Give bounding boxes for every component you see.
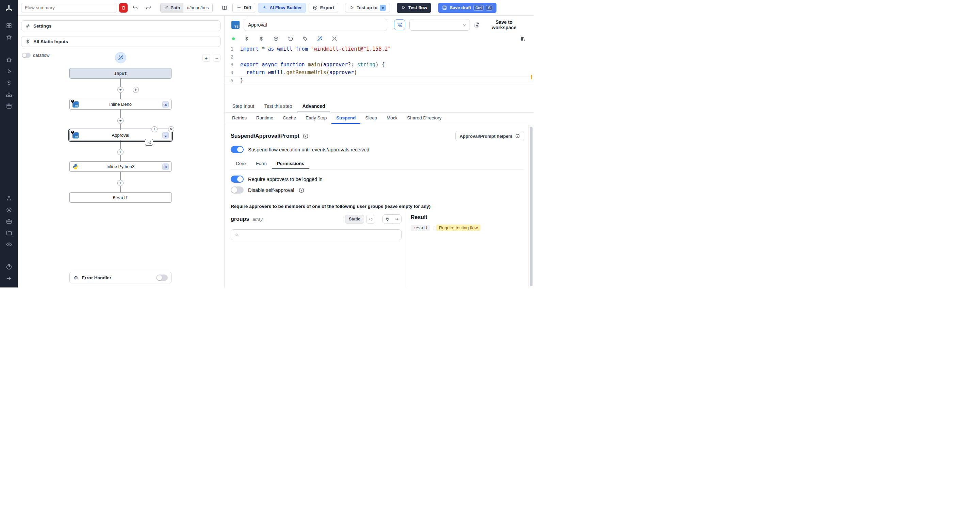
schedules-calendar-icon[interactable]	[3, 100, 15, 111]
export-button[interactable]: Export	[309, 3, 338, 13]
require-login-toggle[interactable]	[231, 175, 243, 183]
scrollbar-thumb[interactable]	[530, 127, 533, 286]
suspend-enable-toggle[interactable]	[231, 146, 243, 153]
tab-suspend[interactable]: Suspend	[331, 113, 360, 124]
app-sidebar	[0, 0, 18, 288]
library-button[interactable]	[520, 36, 526, 41]
node-input[interactable]: Input	[69, 68, 172, 79]
save-draft-button[interactable]: Save draftCtrlS	[438, 3, 496, 13]
ai-assist-button[interactable]	[317, 36, 323, 41]
add-branch-button[interactable]: +	[151, 126, 158, 132]
ai-flow-builder-button[interactable]: AI Flow Builder	[258, 3, 306, 13]
path-edit-segment[interactable]: Path	[161, 3, 183, 13]
package-button[interactable]	[273, 36, 279, 41]
node-inline-python[interactable]: Inline Python3 b	[69, 161, 172, 172]
insert-step-button[interactable]: +	[118, 149, 124, 155]
result-key-chip: result	[411, 225, 430, 231]
ai-graph-wand-button[interactable]	[115, 52, 126, 63]
tab-test-this-step[interactable]: Test this step	[259, 100, 298, 112]
sidebar-expand-arrow-icon[interactable]	[3, 272, 15, 284]
test-flow-button[interactable]: Test flow	[397, 3, 431, 13]
diff-button[interactable]: Diff	[232, 3, 256, 13]
save-icon	[474, 22, 480, 28]
apps-grid-icon[interactable]	[3, 20, 15, 31]
static-mode-button[interactable]: Static	[345, 215, 364, 224]
step-name-input[interactable]	[243, 19, 387, 31]
tab-runtime[interactable]: Runtime	[251, 113, 278, 124]
code-editor[interactable]: 1import * as wmill from "windmill-client…	[224, 43, 533, 100]
favorites-star-icon[interactable]	[3, 31, 15, 43]
tab-cache[interactable]: Cache	[278, 113, 301, 124]
info-icon[interactable]	[302, 133, 309, 139]
tab-step-input[interactable]: Step Input	[227, 100, 259, 112]
remove-step-button[interactable]: ✕	[168, 126, 174, 132]
help-icon[interactable]	[3, 261, 15, 272]
approval-prompt-helpers-button[interactable]: Approval/Prompt helpers	[455, 131, 524, 141]
plug-connect-button[interactable]	[383, 215, 392, 224]
panel-scrollbar[interactable]	[528, 124, 533, 288]
wand-icon	[317, 36, 323, 41]
undo-button[interactable]	[130, 3, 140, 13]
audit-eye-icon[interactable]	[3, 239, 15, 250]
flow-summary-input[interactable]	[21, 3, 116, 13]
ai-assist-off-button[interactable]	[332, 36, 337, 41]
worker-tag-select[interactable]	[409, 19, 469, 30]
flow-settings-row[interactable]: Settings	[21, 21, 221, 31]
insert-step-button[interactable]: +	[118, 118, 124, 124]
expression-mode-button[interactable]	[366, 215, 375, 224]
tab-mock[interactable]: Mock	[382, 113, 402, 124]
tab-sleep[interactable]: Sleep	[360, 113, 382, 124]
variables-dollar-icon[interactable]	[3, 77, 15, 89]
dataflow-toggle[interactable]	[22, 53, 30, 58]
approval-prompt-helpers-label: Approval/Prompt helpers	[460, 134, 512, 139]
code-line[interactable]: 3export async function main(approver?: s…	[224, 61, 533, 69]
code-line[interactable]: 5}	[224, 76, 533, 84]
arrow-insert-button[interactable]	[392, 215, 401, 224]
tab-early-stop[interactable]: Early Stop	[301, 113, 331, 124]
zoom-in-button[interactable]: +	[202, 54, 210, 62]
flow-settings-label: Settings	[33, 24, 51, 29]
static-inputs-row[interactable]: All Static Inputs	[21, 36, 221, 47]
add-resource-button[interactable]	[259, 36, 264, 41]
node-result[interactable]: Result	[69, 192, 172, 203]
settings-gear-icon[interactable]	[3, 204, 15, 215]
docs-book-button[interactable]	[220, 3, 230, 13]
tag-button[interactable]	[302, 36, 308, 41]
subtab-form[interactable]: Form	[251, 159, 272, 169]
resources-boxes-icon[interactable]	[3, 89, 15, 100]
groups-value-input[interactable]	[231, 229, 401, 240]
subtab-permissions[interactable]: Permissions	[272, 159, 309, 169]
code-line[interactable]: 1import * as wmill from "windmill-client…	[224, 45, 533, 53]
groups-editor: groups array Static	[231, 212, 406, 288]
users-icon[interactable]	[3, 192, 15, 204]
insert-step-button[interactable]: +	[118, 180, 124, 186]
info-icon[interactable]	[298, 187, 305, 193]
trigger-bolt-button[interactable]	[133, 87, 139, 93]
subtab-core[interactable]: Core	[231, 159, 251, 169]
runs-play-icon[interactable]	[3, 65, 15, 77]
workers-briefcase-icon[interactable]	[3, 215, 15, 227]
zoom-out-button[interactable]: −	[213, 54, 221, 62]
node-inline-deno[interactable]: TS Inline Deno a	[69, 99, 172, 110]
code-line[interactable]: 4 return wmill.getResumeUrls(approver)	[224, 69, 533, 76]
home-icon[interactable]	[3, 54, 15, 65]
save-to-workspace-button[interactable]: Save to workspace	[474, 19, 525, 30]
tab-advanced[interactable]: Advanced	[298, 100, 331, 112]
delete-flow-button[interactable]	[119, 3, 127, 13]
approval-suspend-indicator[interactable]	[145, 139, 153, 146]
test-up-to-button[interactable]: Test up toc	[345, 3, 390, 13]
error-handler-toggle[interactable]	[156, 275, 168, 281]
path-selector[interactable]: Path u/henri/bes	[160, 3, 213, 13]
tab-shared-directory[interactable]: Shared Directory	[402, 113, 446, 124]
error-handler-row[interactable]: Error Handler	[69, 272, 172, 283]
disable-self-approval-toggle[interactable]	[231, 186, 243, 194]
suspend-phone-button[interactable]	[394, 19, 405, 30]
reload-button[interactable]	[288, 36, 293, 41]
folders-icon[interactable]	[3, 227, 15, 239]
redo-button[interactable]	[143, 3, 153, 13]
windmill-logo[interactable]	[3, 3, 15, 14]
tab-retries[interactable]: Retries	[227, 113, 251, 124]
code-line[interactable]: 2	[224, 53, 533, 61]
insert-step-button[interactable]: +	[118, 87, 124, 93]
add-variable-button[interactable]	[244, 36, 250, 41]
